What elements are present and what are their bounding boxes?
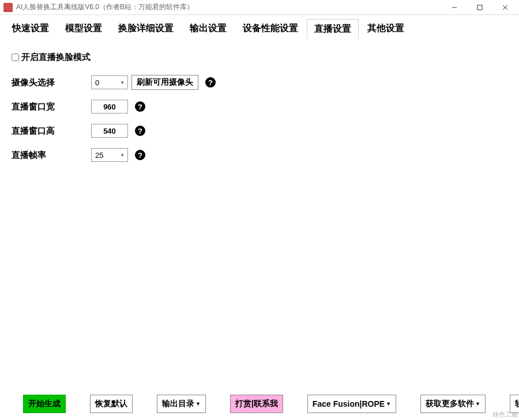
svg-rect-1	[477, 5, 482, 10]
donate-button[interactable]: 打赏|联系我	[230, 395, 283, 413]
tab-quick-settings[interactable]: 快速设置	[5, 18, 57, 39]
restore-defaults-button[interactable]: 恢复默认	[90, 395, 133, 413]
minimize-icon	[452, 5, 457, 10]
enable-live-checkbox[interactable]	[12, 54, 19, 61]
output-dir-label: 输出目录	[162, 399, 194, 409]
tab-other-settings[interactable]: 其他设置	[360, 18, 412, 39]
camera-label: 摄像头选择	[12, 77, 91, 88]
help-icon[interactable]: ?	[205, 77, 216, 88]
close-button[interactable]	[492, 1, 518, 14]
chevron-down-icon: ▼	[195, 401, 201, 407]
enable-live-label[interactable]: 开启直播换脸模式	[12, 52, 91, 63]
help-icon[interactable]: ?	[135, 126, 145, 136]
footer-bar: 开始生成 恢复默认 输出目录▼ 打赏|联系我 Face Fusion|ROPE▼…	[0, 395, 519, 413]
fusion-rope-button[interactable]: Face Fusion|ROPE▼	[307, 395, 396, 413]
enable-live-text: 开启直播换脸模式	[21, 52, 91, 63]
chevron-down-icon: ▼	[386, 401, 391, 407]
chevron-down-icon: ▾	[121, 152, 124, 158]
app-icon	[3, 3, 13, 12]
tab-bar: 快速设置 模型设置 换脸详细设置 输出设置 设备性能设置 直播设置 其他设置	[0, 15, 519, 39]
output-dir-button[interactable]: 输出目录▼	[157, 395, 206, 413]
tab-model-settings[interactable]: 模型设置	[58, 18, 110, 39]
close-icon	[502, 5, 508, 10]
fps-value: 25	[95, 151, 103, 160]
fps-select[interactable]: 25 ▾	[91, 148, 128, 162]
chevron-down-icon: ▾	[121, 80, 124, 85]
tab-content: 开启直播换脸模式 摄像头选择 0 ▾ 刷新可用摄像头 ? 直播窗口宽 ? 直播窗…	[0, 39, 519, 182]
fps-label: 直播帧率	[12, 150, 91, 161]
tab-output-settings[interactable]: 输出设置	[182, 18, 234, 39]
width-input[interactable]	[91, 100, 128, 113]
tab-faceswap-detail[interactable]: 换脸详细设置	[111, 18, 181, 39]
width-label: 直播窗口宽	[12, 101, 91, 112]
tab-device-perf[interactable]: 设备性能设置	[235, 18, 306, 39]
fusion-label: Face Fusion|ROPE	[313, 399, 385, 408]
height-row: 直播窗口高 ?	[12, 123, 507, 138]
maximize-button[interactable]	[467, 1, 492, 14]
height-label: 直播窗口高	[12, 126, 91, 137]
more-software-button[interactable]: 获取更多软件▼	[420, 395, 486, 413]
window-title: AI人脸替换工具离线版V6.0（作者B站：万能君的软件库）	[16, 2, 442, 12]
watermark: 綠色工廠	[492, 410, 518, 419]
tab-live-settings[interactable]: 直播设置	[307, 19, 359, 39]
width-row: 直播窗口宽 ?	[12, 99, 507, 114]
help-icon[interactable]: ?	[135, 150, 145, 160]
camera-select[interactable]: 0 ▾	[91, 75, 128, 89]
titlebar: AI人脸替换工具离线版V6.0（作者B站：万能君的软件库）	[0, 0, 519, 15]
enable-live-row: 开启直播换脸模式	[12, 50, 507, 65]
height-input[interactable]	[91, 124, 128, 138]
camera-row: 摄像头选择 0 ▾ 刷新可用摄像头 ?	[12, 75, 507, 90]
maximize-icon	[477, 5, 483, 10]
chevron-down-icon: ▼	[475, 401, 480, 407]
refresh-camera-button[interactable]: 刷新可用摄像头	[131, 75, 198, 90]
window-controls	[442, 1, 518, 14]
minimize-button[interactable]	[442, 1, 467, 14]
fps-row: 直播帧率 25 ▾ ?	[12, 147, 507, 162]
more-software-label: 获取更多软件	[426, 399, 474, 409]
help-icon[interactable]: ?	[135, 101, 145, 112]
camera-value: 0	[95, 78, 99, 87]
start-button[interactable]: 开始生成	[23, 395, 66, 413]
